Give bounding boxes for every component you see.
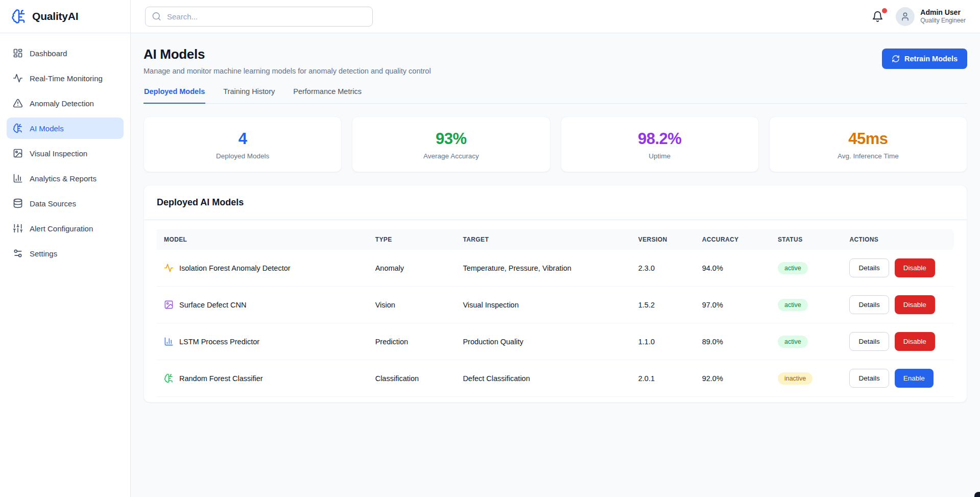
- model-version: 1.1.0: [631, 323, 695, 360]
- column-header: ACCURACY: [695, 229, 771, 250]
- column-header: MODEL: [157, 229, 368, 250]
- brand-logo: QualityAI: [0, 0, 130, 33]
- model-version: 2.0.1: [631, 360, 695, 397]
- brain-icon: [164, 373, 174, 383]
- table-body: Isolation Forest Anomaly Detector Anomal…: [157, 250, 954, 397]
- model-target: Visual Inspection: [456, 287, 631, 323]
- dev-indicator: [974, 492, 980, 497]
- column-header: ACTIONS: [842, 229, 954, 250]
- details-button[interactable]: Details: [849, 369, 889, 388]
- database-icon: [13, 198, 23, 208]
- image-icon: [164, 300, 174, 310]
- sidebar-item[interactable]: Alert Configuration: [7, 218, 124, 239]
- tab[interactable]: Training History: [223, 87, 275, 104]
- sidebar: QualityAI Dashboard Real-Time Monitoring…: [0, 0, 131, 497]
- bar-chart-icon: [13, 173, 23, 183]
- stat-cards: 4 Deployed Models 93% Average Accuracy 9…: [144, 116, 967, 172]
- page-subtitle: Manage and monitor machine learning mode…: [144, 67, 431, 75]
- tab[interactable]: Deployed Models: [144, 87, 205, 104]
- stat-card: 98.2% Uptime: [561, 116, 759, 172]
- page-content: AI Models Manage and monitor machine lea…: [131, 33, 980, 497]
- stat-card: 45ms Avg. Inference Time: [769, 116, 967, 172]
- toggle-model-button[interactable]: Disable: [895, 295, 935, 314]
- sidebar-item[interactable]: Dashboard: [7, 42, 124, 64]
- sidebar-item[interactable]: AI Models: [7, 117, 124, 139]
- sidebar-item[interactable]: Data Sources: [7, 193, 124, 214]
- model-accuracy: 92.0%: [695, 360, 771, 397]
- column-header: STATUS: [771, 229, 842, 250]
- details-button[interactable]: Details: [849, 258, 889, 277]
- table-row: LSTM Process Predictor Prediction Produc…: [157, 323, 954, 360]
- sidebar-item[interactable]: Analytics & Reports: [7, 168, 124, 189]
- page-header: AI Models Manage and monitor machine lea…: [144, 46, 967, 75]
- settings-icon: [13, 248, 23, 258]
- bell-icon: [872, 11, 883, 22]
- model-name: Random Forest Classifier: [179, 374, 263, 383]
- column-header: TYPE: [368, 229, 456, 250]
- brain-icon: [11, 9, 27, 24]
- topbar-right: Admin User Quality Engineer: [872, 7, 966, 26]
- sidebar-item-label: Visual Inspection: [30, 149, 87, 158]
- stat-value: 93%: [363, 130, 539, 148]
- refresh-icon: [892, 55, 900, 63]
- sidebar-item[interactable]: Settings: [7, 243, 124, 264]
- sidebar-item[interactable]: Anomaly Detection: [7, 92, 124, 114]
- table-row: Surface Defect CNN Vision Visual Inspect…: [157, 287, 954, 323]
- stat-value: 45ms: [780, 130, 957, 148]
- model-accuracy: 94.0%: [695, 250, 771, 287]
- search-box: [145, 7, 373, 27]
- model-version: 1.5.2: [631, 287, 695, 323]
- toggle-model-button[interactable]: Enable: [895, 369, 934, 388]
- status-badge: inactive: [778, 372, 812, 385]
- model-accuracy: 97.0%: [695, 287, 771, 323]
- user-menu[interactable]: Admin User Quality Engineer: [896, 7, 966, 26]
- model-type: Prediction: [368, 323, 456, 360]
- activity-icon: [164, 263, 174, 273]
- avatar: [896, 7, 915, 26]
- stat-value: 4: [154, 130, 331, 148]
- model-accuracy: 89.0%: [695, 323, 771, 360]
- search-icon: [152, 12, 161, 21]
- alert-triangle-icon: [13, 98, 23, 108]
- page-title: AI Models: [144, 46, 431, 62]
- model-type: Classification: [368, 360, 456, 397]
- details-button[interactable]: Details: [849, 332, 889, 351]
- stat-label: Uptime: [571, 152, 748, 160]
- search-input[interactable]: [145, 7, 373, 27]
- details-button[interactable]: Details: [849, 295, 889, 314]
- toggle-model-button[interactable]: Disable: [895, 258, 935, 277]
- table-row: Isolation Forest Anomaly Detector Anomal…: [157, 250, 954, 287]
- sidebar-nav: Dashboard Real-Time Monitoring Anomaly D…: [0, 33, 130, 273]
- sidebar-item-label: Settings: [30, 249, 57, 258]
- sidebar-item[interactable]: Visual Inspection: [7, 143, 124, 164]
- column-header: TARGET: [456, 229, 631, 250]
- sidebar-item[interactable]: Real-Time Monitoring: [7, 67, 124, 89]
- sidebar-item-label: AI Models: [30, 124, 64, 133]
- models-table-wrap: MODELTYPETARGETVERSIONACCURACYSTATUSACTI…: [144, 220, 967, 402]
- sidebar-item-label: Analytics & Reports: [30, 174, 97, 183]
- table-header-row: MODELTYPETARGETVERSIONACCURACYSTATUSACTI…: [157, 229, 954, 250]
- model-target: Temperature, Pressure, Vibration: [456, 250, 631, 287]
- main-column: Admin User Quality Engineer AI Models Ma…: [131, 0, 980, 497]
- status-badge: active: [778, 336, 808, 348]
- sidebar-item-label: Real-Time Monitoring: [30, 74, 103, 83]
- user-icon: [900, 12, 910, 21]
- activity-icon: [13, 73, 23, 83]
- brain-icon: [13, 123, 23, 133]
- model-target: Defect Classification: [456, 360, 631, 397]
- model-name: LSTM Process Predictor: [179, 338, 259, 346]
- status-badge: active: [778, 299, 808, 311]
- sidebar-item-label: Anomaly Detection: [30, 99, 94, 108]
- tab[interactable]: Performance Metrics: [293, 87, 362, 104]
- table-row: Random Forest Classifier Classification …: [157, 360, 954, 397]
- toggle-model-button[interactable]: Disable: [895, 332, 935, 351]
- dashboard-icon: [13, 48, 23, 58]
- tab-bar: Deployed Models Training History Perform…: [144, 87, 967, 104]
- retrain-models-button[interactable]: Retrain Models: [882, 49, 967, 69]
- stat-value: 98.2%: [571, 130, 748, 148]
- sliders-icon: [13, 223, 23, 233]
- card-header: Deployed AI Models: [144, 185, 967, 220]
- brand-name: QualityAI: [32, 10, 78, 22]
- app-root: QualityAI Dashboard Real-Time Monitoring…: [0, 0, 980, 497]
- notifications-button[interactable]: [872, 11, 883, 22]
